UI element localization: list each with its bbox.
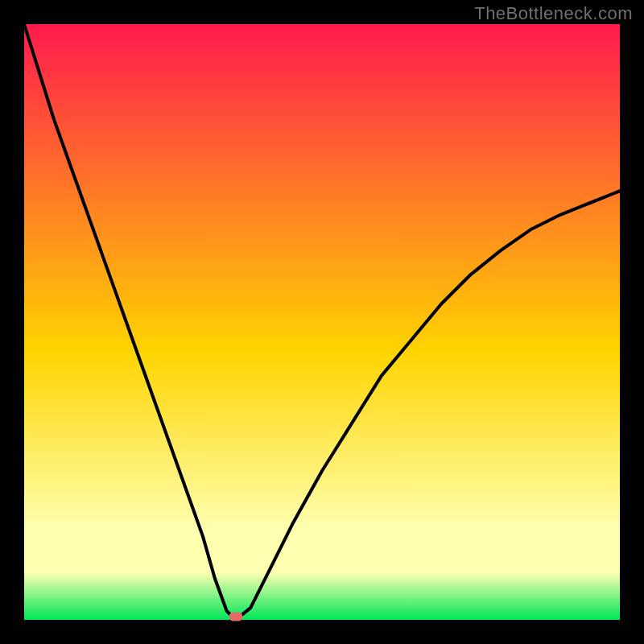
optimal-point-marker <box>229 613 242 621</box>
bottleneck-chart <box>24 24 620 620</box>
gradient-background <box>24 24 620 620</box>
chart-frame: TheBottleneck.com <box>0 0 644 644</box>
watermark-text: TheBottleneck.com <box>474 3 633 24</box>
